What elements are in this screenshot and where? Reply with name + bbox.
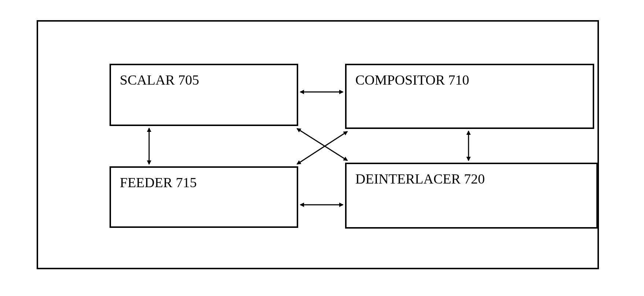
deinterlacer-block: DEINTERLACER 720 xyxy=(345,163,598,229)
scalar-block: SCALAR 705 xyxy=(110,64,298,126)
deinterlacer-label: DEINTERLACER 720 xyxy=(355,171,485,187)
feeder-label: FEEDER 715 xyxy=(120,174,197,190)
svg-line-6 xyxy=(297,129,347,160)
svg-line-7 xyxy=(297,132,347,164)
compositor-label: COMPOSITOR 710 xyxy=(355,72,469,88)
scalar-label: SCALAR 705 xyxy=(120,72,199,88)
connections-svg xyxy=(38,22,600,271)
feeder-block: FEEDER 715 xyxy=(110,166,298,228)
diagram-frame: SCALAR 705 COMPOSITOR 710 FEEDER 715 DEI… xyxy=(37,20,599,269)
compositor-block: COMPOSITOR 710 xyxy=(345,64,594,129)
